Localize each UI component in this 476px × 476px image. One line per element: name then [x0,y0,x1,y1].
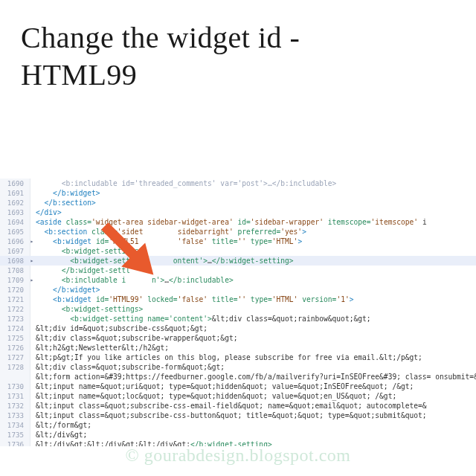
heading-line-2: HTML99 [21,58,137,91]
fold-icon [28,217,36,227]
fold-icon [28,401,36,411]
fold-icon [28,343,36,353]
line-number: 1698 [0,256,28,266]
code-text: <b:widget-sett ontent'>…</b:widget-setti… [36,256,476,266]
fold-icon [28,314,36,324]
code-line: 1691 </b:widget> [0,188,476,198]
code-text: &lt;div id=&quot;subscribe-css&quot;&gt; [36,324,476,333]
document-root: Change the widget id - HTML99 1690 <b:in… [0,0,476,476]
instruction-heading: Change the widget id - HTML99 [0,0,476,94]
fold-icon [28,304,36,314]
code-text: </b:section> [36,198,476,208]
fold-icon [28,227,36,237]
code-line: 1735&lt;/div&gt; [0,430,476,440]
line-number: 1691 [0,188,28,198]
code-text: &lt;h2&gt;Newsletter&lt;/h2&gt; [36,343,476,353]
line-number: 1695 [0,227,28,237]
fold-icon [28,362,36,372]
line-number: 1697 [0,246,28,256]
code-line: 1727&lt;p&gt;If you like articles on thi… [0,353,476,362]
fold-icon [28,411,36,420]
line-number: 1690 [0,178,28,188]
fold-icon [28,188,36,198]
fold-icon: ▸ [28,275,36,285]
line-number: 1734 [0,420,28,430]
line-number: 1727 [0,353,28,362]
code-line: 1733&lt;input class=&quot;subscribe-css-… [0,411,476,420]
code-text: <b:widget-settings> [36,304,476,314]
code-text: &lt;input name=&quot;uri&quot; type=&quo… [36,382,476,391]
code-line: 1720 </b:widget> [0,285,476,295]
line-number: 1724 [0,324,28,333]
line-number: 1692 [0,198,28,208]
code-line: 1734&lt;/form&gt; [0,420,476,430]
code-text: <b:section class='sidet sidebarright' pr… [36,227,476,237]
fold-icon [28,198,36,208]
line-number: 1735 [0,430,28,440]
code-text: </b:widget-settl [36,266,476,275]
code-line: 1697 <b:widget-settings [0,246,476,256]
code-text: <b:includable i n'>…</b:includable> [36,275,476,285]
line-number: 1696 [0,237,28,246]
code-text: &lt;p&gt;If you like articles on this bl… [36,353,476,362]
line-number: 1733 [0,411,28,420]
fold-icon [28,295,36,304]
code-line: 1730&lt;input name=&quot;uri&quot; type=… [0,382,476,391]
fold-icon [28,372,36,382]
code-text: &lt;input class=&quot;subscribe-css-butt… [36,411,476,420]
line-number: 1731 [0,391,28,401]
line-number: 1732 [0,401,28,411]
line-number: 1694 [0,217,28,227]
watermark-text: © gourabdesign.blogspot.com [0,446,476,466]
fold-icon [28,420,36,430]
fold-icon [28,324,36,333]
fold-icon: ▸ [28,237,36,246]
code-line: 1708 </b:widget-settl [0,266,476,275]
fold-icon [28,246,36,256]
code-text: &lt;form action=&#39;https://feedburner.… [36,372,476,382]
line-number: 1708 [0,266,28,275]
fold-icon [28,178,36,188]
code-editor-screenshot: 1690 <b:includable id='threaded_comments… [0,178,476,446]
code-text: <b:widget-setting name='content'>&lt;div… [36,314,476,324]
code-line: 1732&lt;input class=&quot;subscribe-css-… [0,401,476,411]
code-text: </b:widget> [36,285,476,295]
code-line: 1723 <b:widget-setting name='content'>&l… [0,314,476,324]
fold-icon [28,333,36,343]
code-line: 1690 <b:includable id='threaded_comments… [0,178,476,188]
fold-icon [28,430,36,440]
code-text: &lt;div class=&quot;subscribe-wrapper&qu… [36,333,476,343]
line-number [0,372,28,382]
line-number: 1721 [0,295,28,304]
code-line: 1728&lt;div class=&quot;subscribe-form&q… [0,362,476,372]
code-line: 1725&lt;div class=&quot;subscribe-wrappe… [0,333,476,343]
line-number: 1720 [0,285,28,295]
code-line: 1709▸ <b:includable i n'>…</b:includable… [0,275,476,285]
code-line: 1693</div> [0,208,476,217]
code-body: 1690 <b:includable id='threaded_comments… [0,178,476,446]
code-line: 1695 <b:section class='sidet sidebarrigh… [0,227,476,237]
line-number: 1725 [0,333,28,343]
fold-icon [28,382,36,391]
line-number: 1693 [0,208,28,217]
code-text: </b:widget> [36,188,476,198]
fold-icon [28,391,36,401]
line-number: 1722 [0,304,28,314]
code-text: <b:widget id='HTML99' locked='false' tit… [36,295,476,304]
code-text: <aside class='widget-area sidebar-widget… [36,217,476,227]
heading-line-1: Change the widget id - [21,21,300,54]
line-number: 1728 [0,362,28,372]
code-text: <b:widget-settings [36,246,476,256]
code-text: <b:includable id='threaded_comments' var… [36,178,476,188]
code-line: 1724&lt;div id=&quot;subscribe-css&quot;… [0,324,476,333]
code-text: &lt;input class=&quot;subscribe-css-emai… [36,401,476,411]
code-line: 1692 </b:section> [0,198,476,208]
code-line: 1698▸ <b:widget-sett ontent'>…</b:widget… [0,256,476,266]
fold-icon [28,353,36,362]
code-line: 1726&lt;h2&gt;Newsletter&lt;/h2&gt; [0,343,476,353]
code-text: &lt;/div&gt; [36,430,476,440]
code-line: &lt;form action=&#39;https://feedburner.… [0,372,476,382]
code-line: 1696▸ <b:widget id='HTML51 'false' title… [0,237,476,246]
code-line: 1731&lt;input name=&quot;loc&quot; type=… [0,391,476,401]
fold-icon [28,266,36,275]
